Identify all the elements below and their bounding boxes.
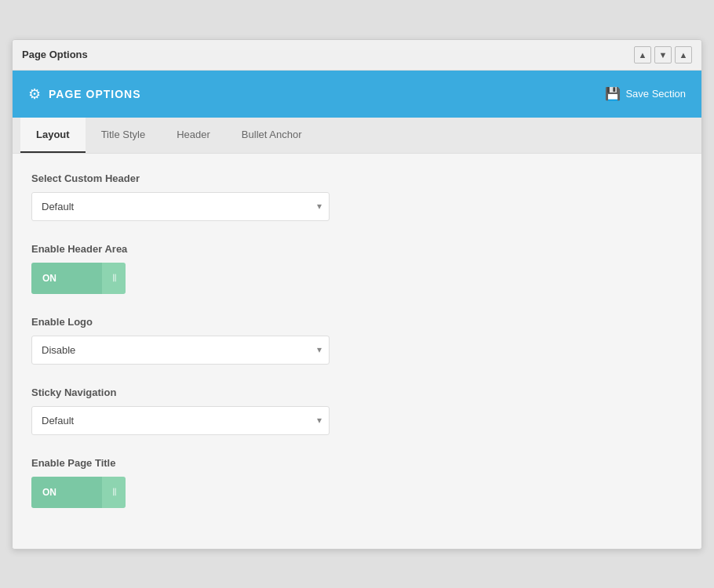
toggle-handle-icon: ⦀ bbox=[102, 263, 126, 294]
enable-logo-select[interactable]: Disable Enable bbox=[31, 336, 330, 365]
enable-header-area-toggle[interactable]: ON ⦀ bbox=[31, 263, 126, 294]
blue-header: ⚙ PAGE OPTIONS 💾 Save Section bbox=[13, 71, 701, 118]
tab-title-style[interactable]: Title Style bbox=[86, 118, 162, 153]
custom-header-select-wrapper: Default Custom 1 Custom 2 ▾ bbox=[31, 192, 330, 221]
header-left: ⚙ PAGE OPTIONS bbox=[28, 85, 141, 103]
enable-page-title-field: Enable Page Title ON ⦀ bbox=[31, 457, 683, 508]
tab-layout[interactable]: Layout bbox=[20, 118, 86, 153]
window-titlebar: Page Options ▲ ▼ ▲ bbox=[13, 40, 701, 71]
window-controls: ▲ ▼ ▲ bbox=[634, 46, 692, 64]
enable-header-area-label: Enable Header Area bbox=[31, 243, 683, 255]
enable-page-title-toggle[interactable]: ON ⦀ bbox=[31, 477, 126, 508]
scroll-up-button[interactable]: ▲ bbox=[634, 46, 651, 64]
gear-icon: ⚙ bbox=[28, 85, 41, 103]
toggle-on-label: ON bbox=[31, 263, 102, 294]
content-area: Select Custom Header Default Custom 1 Cu… bbox=[13, 154, 701, 549]
enable-logo-label: Enable Logo bbox=[31, 316, 683, 328]
enable-logo-field: Enable Logo Disable Enable ▾ bbox=[31, 316, 683, 365]
enable-header-area-field: Enable Header Area ON ⦀ bbox=[31, 243, 683, 294]
sticky-navigation-field: Sticky Navigation Default Enable Disable… bbox=[31, 387, 683, 435]
save-section-button[interactable]: 💾 Save Section bbox=[605, 86, 686, 101]
scroll-down-button[interactable]: ▼ bbox=[654, 46, 672, 64]
header-title: PAGE OPTIONS bbox=[49, 88, 141, 100]
tab-header[interactable]: Header bbox=[161, 118, 226, 153]
toggle-on-label-2: ON bbox=[31, 477, 102, 508]
sticky-navigation-label: Sticky Navigation bbox=[31, 387, 683, 398]
custom-header-select[interactable]: Default Custom 1 Custom 2 bbox=[31, 192, 330, 221]
expand-button[interactable]: ▲ bbox=[675, 46, 692, 64]
tab-bullet-anchor[interactable]: Bullet Anchor bbox=[226, 118, 318, 153]
sticky-navigation-select-wrapper: Default Enable Disable ▾ bbox=[31, 406, 330, 435]
window-title: Page Options bbox=[22, 49, 88, 60]
custom-header-label: Select Custom Header bbox=[31, 172, 683, 184]
toggle-handle-icon-2: ⦀ bbox=[102, 477, 126, 508]
save-section-label: Save Section bbox=[625, 88, 686, 100]
sticky-navigation-select[interactable]: Default Enable Disable bbox=[31, 406, 330, 435]
enable-logo-select-wrapper: Disable Enable ▾ bbox=[31, 336, 330, 365]
enable-page-title-label: Enable Page Title bbox=[31, 457, 683, 469]
save-icon: 💾 bbox=[605, 86, 621, 101]
custom-header-field: Select Custom Header Default Custom 1 Cu… bbox=[31, 172, 683, 221]
tabs-bar: Layout Title Style Header Bullet Anchor bbox=[13, 118, 701, 154]
page-options-window: Page Options ▲ ▼ ▲ ⚙ PAGE OPTIONS 💾 Save… bbox=[12, 39, 702, 550]
